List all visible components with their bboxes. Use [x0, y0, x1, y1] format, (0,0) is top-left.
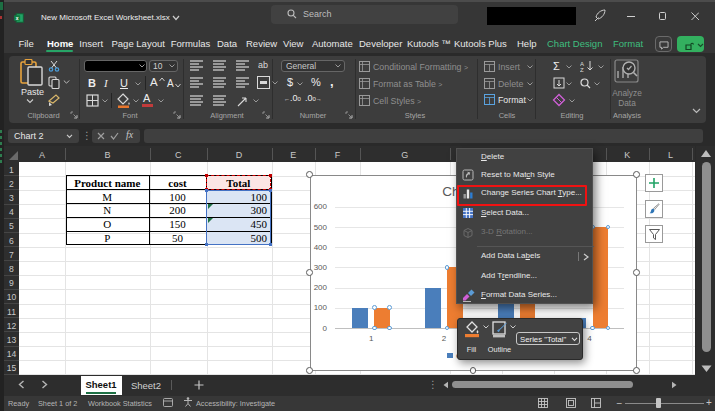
svg-text:Z: Z	[580, 67, 584, 72]
svg-text:ab: ab	[258, 60, 268, 70]
svg-text:x: x	[16, 15, 19, 21]
